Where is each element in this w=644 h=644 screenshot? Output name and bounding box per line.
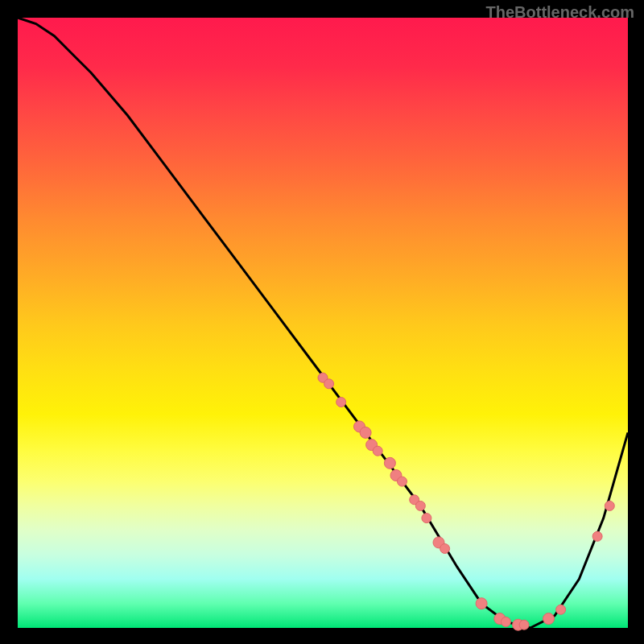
data-marker <box>440 544 450 554</box>
data-marker <box>422 514 431 523</box>
data-marker <box>360 427 371 438</box>
data-marker <box>384 457 395 469</box>
data-marker <box>543 613 555 625</box>
chart-svg <box>18 18 628 628</box>
data-marker <box>556 605 566 614</box>
data-marker <box>415 501 425 510</box>
watermark-text: TheBottleneck.com <box>486 3 634 22</box>
data-marker <box>398 477 407 486</box>
bottleneck-curve <box>18 18 628 628</box>
data-marker <box>324 379 334 389</box>
data-marker <box>501 617 510 626</box>
data-marker <box>605 501 614 510</box>
data-marker <box>592 531 602 541</box>
data-marker <box>476 598 487 609</box>
data-marker <box>519 620 529 630</box>
data-marker <box>336 398 346 407</box>
data-marker <box>373 446 382 456</box>
